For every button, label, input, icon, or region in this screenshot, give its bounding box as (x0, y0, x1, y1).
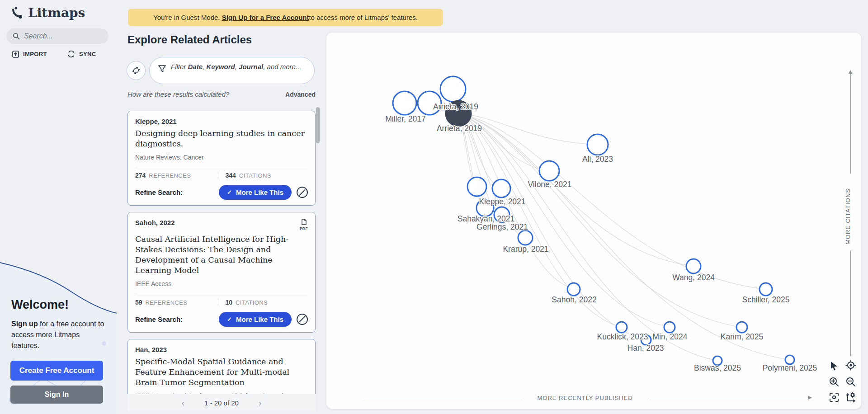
results-scrollbar[interactable] (316, 107, 320, 143)
graph-node-arrieta-2019-top[interactable] (440, 76, 466, 102)
signup-free-account-link[interactable]: Sign Up for a Free Account (222, 14, 309, 21)
zoom-in-button[interactable] (827, 375, 841, 389)
graph-node-label-miller-2017: Miller, 2017 (385, 114, 426, 123)
graph-node-label-gerlings-2021: Gerlings, 2021 (476, 222, 528, 231)
litmaps-logo[interactable]: Litmaps (9, 5, 85, 20)
graph-node-schiller-2025[interactable] (760, 283, 772, 296)
graph-node-polymeni-2025[interactable] (785, 355, 794, 364)
axis-settings-button[interactable] (844, 390, 858, 404)
citations-count: 10 (226, 299, 233, 306)
crosshair-icon (845, 359, 857, 371)
graph-node-label-arrieta-2019: Arrieta, 2019 (437, 124, 482, 133)
less-like-this-icon[interactable] (297, 314, 308, 325)
more-like-this-button[interactable]: ✓More Like This (219, 312, 292, 327)
filter-input[interactable]: Filter Date, Keyword, Journal, and more.… (149, 57, 315, 84)
more-like-this-button[interactable]: ✓More Like This (219, 185, 292, 200)
search-placeholder: Search... (24, 32, 53, 40)
sign-in-button[interactable]: Sign In (10, 386, 103, 404)
citations-count: 344 (226, 172, 236, 179)
select-cursor-tool[interactable] (827, 359, 841, 372)
network-icon (131, 66, 141, 75)
check-icon: ✓ (227, 189, 232, 196)
graph-node-label-biswas-2025: Biswas, 2025 (694, 363, 741, 372)
graph-node-kleppe-2021[interactable] (492, 179, 510, 198)
x-axis-line (648, 398, 808, 398)
welcome-title: Welcome! (11, 298, 69, 312)
graph-node-label-polymeni-2025: Polymeni, 2025 (763, 363, 817, 372)
page-range-label: 1 - 20 of 20 (204, 399, 239, 407)
citation-edge (458, 113, 717, 361)
pdf-doc-icon (301, 219, 307, 225)
map-view-button[interactable] (127, 61, 146, 80)
graph-node-miller-2017[interactable] (393, 91, 416, 115)
search-icon (13, 33, 20, 40)
zoom-in-icon (829, 376, 840, 387)
import-label: IMPORT (23, 51, 47, 57)
graph-node-label-krarup-2021: Krarup, 2021 (503, 245, 548, 254)
graph-node-vilone-2021[interactable] (539, 161, 559, 181)
y-axis-line (850, 250, 851, 356)
create-free-account-button[interactable]: Create Free Account (10, 361, 103, 381)
graph-node-min-2024[interactable] (664, 322, 675, 333)
next-page-button[interactable]: › (259, 398, 262, 408)
graph-node-label-vilone-2021: Vilone, 2021 (528, 180, 572, 189)
card-stats: 59REFERENCES 10CITATIONS (135, 294, 308, 306)
citations-label: CITATIONS (239, 172, 271, 179)
search-input[interactable]: Search... (6, 28, 108, 44)
filter-placeholder: Filter Date, Keyword, Journal, and more.… (171, 61, 301, 71)
graph-node-label-sahoh-2022: Sahoh, 2022 (552, 295, 596, 304)
x-axis-label: MORE RECENTLY PUBLISHED (531, 395, 639, 401)
pagination: ‹ 1 - 20 of 20 › (127, 394, 316, 411)
graph-node-label-kucklick-2023: Kucklick, 2023 (597, 332, 648, 341)
graph-node-label-sahakyan-2021: Sahakyan, 2021 (458, 214, 515, 223)
graph-node-karim-2025[interactable] (736, 322, 747, 333)
results-list: Kleppe, 2021 Designing deep learning stu… (127, 105, 322, 394)
filter-funnel-icon (158, 64, 166, 73)
card-author-year: Han, 2023 (135, 346, 167, 353)
references-count: 274 (135, 172, 146, 179)
graph-node-krarup-2021[interactable] (518, 231, 533, 245)
zoom-out-icon (845, 376, 856, 387)
advanced-link[interactable]: Advanced (285, 91, 316, 98)
welcome-panel: Welcome! Sign up for a free account to a… (0, 251, 117, 414)
graph-node-kucklick-2023[interactable] (616, 322, 627, 333)
center-map-button[interactable] (844, 358, 858, 372)
graph-node-label-schiller-2025: Schiller, 2025 (742, 295, 789, 304)
refine-search-label: Refine Search: (135, 315, 219, 323)
graph-node-label-kleppe-2021: Kleppe, 2021 (479, 197, 525, 206)
fit-screen-icon (829, 392, 840, 403)
graph-node-ali-2023[interactable] (587, 134, 608, 155)
graph-node-sahoh-2022[interactable] (567, 283, 580, 296)
graph-node-unlabeled-b[interactable] (467, 177, 486, 196)
sync-label: SYNC (79, 51, 96, 57)
citation-graph[interactable]: Miller, 2017Arrieta, 2019Arrieta, 2019Al… (326, 33, 861, 409)
y-axis-label: MORE CITATIONS (844, 180, 851, 245)
graph-node-label-karim-2025: Karim, 2025 (721, 332, 763, 341)
pdf-icon[interactable]: PDF (300, 219, 308, 231)
how-results-calculated-link[interactable]: How are these results calculated? (127, 90, 229, 98)
card-author-year: Kleppe, 2021 (135, 118, 177, 125)
graph-node-label-wang-2024: Wang, 2024 (672, 273, 715, 282)
article-card-sahoh-2022[interactable]: Sahoh, 2022 PDF Causal Artificial Intell… (127, 212, 316, 332)
y-axis-line (850, 73, 851, 174)
less-like-this-icon[interactable] (297, 187, 308, 198)
welcome-body: Sign up for a free account to access mor… (11, 319, 106, 351)
import-button[interactable]: IMPORT (12, 50, 47, 58)
guest-mode-banner: You're in Guest Mode. Sign Up for a Free… (128, 9, 443, 26)
references-label: REFERENCES (146, 299, 188, 306)
fit-to-screen-button[interactable] (827, 390, 841, 404)
sync-button[interactable]: SYNC (67, 50, 96, 58)
prev-page-button[interactable]: ‹ (181, 398, 184, 408)
graph-node-wang-2024[interactable] (686, 259, 701, 273)
references-count: 59 (135, 299, 142, 306)
card-venue: IEEE Access (135, 279, 308, 288)
card-title: Designing deep learning studies in cance… (135, 128, 308, 149)
zoom-out-button[interactable] (844, 375, 858, 389)
page-title: Explore Related Articles (127, 33, 252, 46)
article-card-kleppe-2021[interactable]: Kleppe, 2021 Designing deep learning stu… (127, 111, 316, 206)
logo-wordmark: Litmaps (28, 5, 85, 20)
references-label: REFERENCES (149, 172, 191, 179)
welcome-signup-link[interactable]: Sign up (11, 320, 38, 328)
article-card-han-2023[interactable]: Han, 2023 Specific-Modal Spatial Guidanc… (127, 339, 316, 394)
citation-map-panel[interactable]: Miller, 2017Arrieta, 2019Arrieta, 2019Al… (326, 33, 861, 409)
